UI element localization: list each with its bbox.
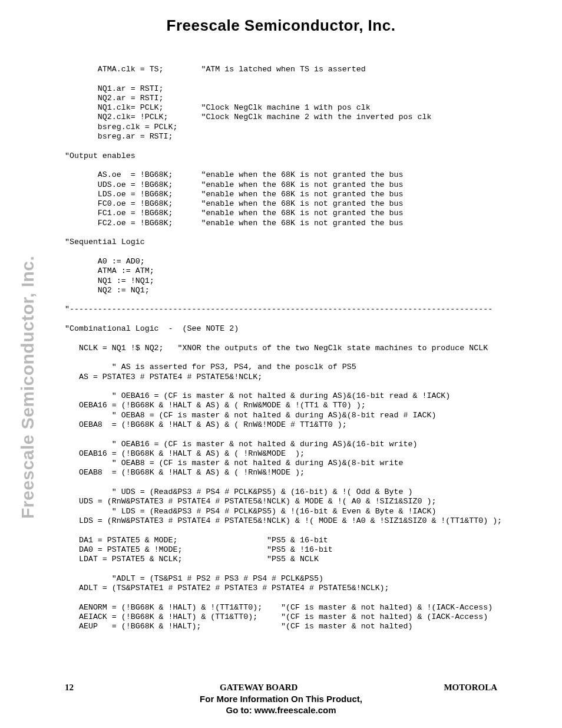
footer-row: 12 GATEWAY BOARD MOTOROLA	[0, 683, 562, 693]
page-number: 12	[65, 683, 74, 693]
page-header: Freescale Semiconductor, Inc.	[0, 17, 562, 35]
company-name: Freescale Semiconductor, Inc.	[167, 17, 396, 34]
document-page: Freescale Semiconductor, Inc. Freescale …	[0, 0, 562, 728]
footer-brand: MOTOROLA	[444, 683, 497, 693]
footer-info-2: Go to: www.freescale.com	[0, 705, 562, 715]
footer-title: GATEWAY BOARD	[220, 683, 297, 693]
code-listing: ATMA.clk = TS; "ATM is latched when TS i…	[65, 65, 502, 632]
sidebar-text: Freescale Semiconductor, Inc.	[18, 256, 37, 519]
page-footer: 12 GATEWAY BOARD MOTOROLA For More Infor…	[0, 683, 562, 715]
sidebar-watermark: Freescale Semiconductor, Inc.	[18, 212, 38, 519]
footer-info-1: For More Information On This Product,	[0, 694, 562, 704]
